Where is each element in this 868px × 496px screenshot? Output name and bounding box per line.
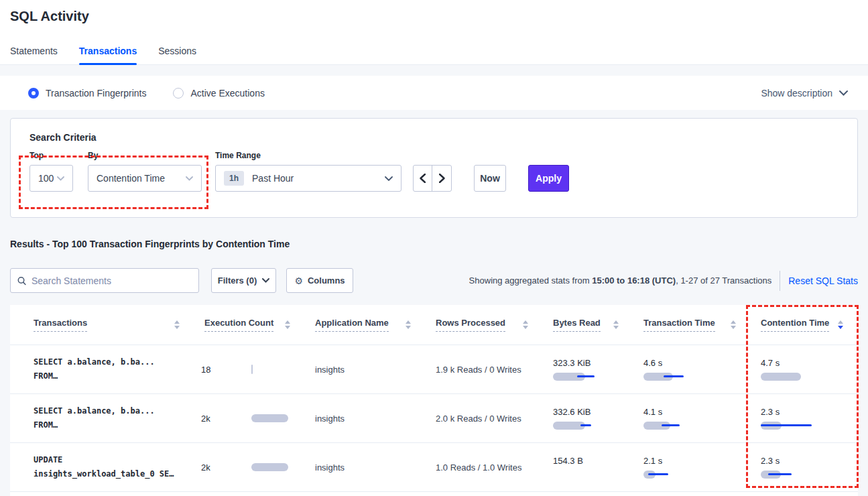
rows-processed-cell: 2.0 k Reads / 0 Writes <box>426 394 543 442</box>
column-header-rows-processed: Rows Processed <box>426 305 543 345</box>
column-header-label[interactable]: Execution Count <box>204 318 273 332</box>
previous-time-window-button[interactable] <box>414 166 432 191</box>
top-field: Top 100 <box>29 151 73 192</box>
execution-count-cell: 2k <box>194 394 305 442</box>
columns-button[interactable]: ⚙ Columns <box>286 268 353 293</box>
transaction-statement-link[interactable]: SELECT a.balance, b.ba... FROM… <box>10 394 194 442</box>
column-header-label[interactable]: Transactions <box>34 318 87 332</box>
by-field: By Contention Time <box>73 151 202 192</box>
top-header: SQL Activity Statements Transactions Ses… <box>0 0 868 65</box>
next-time-window-button[interactable] <box>432 166 451 191</box>
table-row: UPDATE insights_workload_table_0 SE… 2k … <box>10 443 858 492</box>
top-label: Top <box>29 151 73 160</box>
time-range-value: Past Hour <box>252 173 294 184</box>
contention-time-cell: 2.3 s <box>751 394 858 442</box>
time-range-select[interactable]: 1h Past Hour <box>215 165 401 192</box>
column-header-label[interactable]: Rows Processed <box>436 318 505 332</box>
column-header-transaction-time: Transaction Time <box>633 305 751 345</box>
gear-icon: ⚙ <box>294 275 303 286</box>
view-toggle-bar: Transaction Fingerprints Active Executio… <box>0 76 868 110</box>
show-description-toggle[interactable]: Show description <box>761 88 848 99</box>
filters-button[interactable]: Filters (0) <box>211 268 276 293</box>
application-name-cell: insights <box>305 394 426 442</box>
time-range-label: Time Range <box>215 151 401 160</box>
application-name-cell: insights <box>305 443 426 491</box>
radio-label: Transaction Fingerprints <box>46 88 146 99</box>
chevron-left-icon <box>420 174 426 183</box>
results-controls: Filters (0) ⚙ Columns Showing aggregated… <box>10 268 858 293</box>
search-statements-box <box>10 268 199 293</box>
transactions-table: Transactions Execution Count Application… <box>10 305 858 496</box>
filters-button-label: Filters (0) <box>218 275 257 286</box>
reset-sql-stats-link[interactable]: Reset SQL Stats <box>788 275 858 286</box>
column-header-execution-count: Execution Count <box>194 305 305 345</box>
aggregated-stats-text: Showing aggregated stats from 15:00 to 1… <box>469 275 772 286</box>
chevron-down-icon <box>57 176 64 181</box>
search-criteria-heading: Search Criteria <box>29 132 839 143</box>
sort-icon-active-desc[interactable] <box>832 320 843 329</box>
sort-icon[interactable] <box>517 320 528 329</box>
vertical-divider <box>780 271 780 291</box>
chevron-down-icon <box>262 278 269 283</box>
column-header-label[interactable]: Transaction Time <box>643 318 715 332</box>
radio-transaction-fingerprints[interactable]: Transaction Fingerprints <box>28 88 146 99</box>
column-header-label[interactable]: Application Name <box>315 318 389 332</box>
apply-button[interactable]: Apply <box>528 165 569 192</box>
transaction-time-cell: 2.1 s <box>633 443 751 491</box>
search-criteria-panel: Search Criteria Top 100 By Contention Ti… <box>10 118 858 218</box>
transaction-statement-link[interactable]: SELECT a.balance, b.ba... FROM… <box>10 345 194 393</box>
radio-active-executions[interactable]: Active Executions <box>173 88 265 99</box>
top-select[interactable]: 100 <box>29 165 73 192</box>
transaction-time-cell: 4.6 s <box>633 345 751 393</box>
chevron-down-icon <box>839 90 848 96</box>
column-header-label[interactable]: Contention Time <box>761 318 829 332</box>
mean-bar <box>761 373 801 381</box>
sort-icon[interactable] <box>280 320 290 329</box>
stddev-line <box>648 473 668 475</box>
rows-processed-cell: 1.9 k Reads / 0 Writes <box>426 345 543 393</box>
column-header-bytes-read: Bytes Read <box>543 305 633 345</box>
chevron-down-icon <box>385 176 393 181</box>
columns-button-label: Columns <box>308 275 345 286</box>
sort-icon[interactable] <box>725 320 736 329</box>
stddev-line <box>664 375 684 377</box>
by-label: By <box>88 151 202 160</box>
results-heading: Results - Top 100 Transaction Fingerprin… <box>10 239 290 249</box>
column-header-label[interactable]: Bytes Read <box>553 318 601 332</box>
sort-icon[interactable] <box>608 320 619 329</box>
top-select-value: 100 <box>38 173 54 184</box>
column-header-transactions: Transactions <box>10 305 194 345</box>
search-icon <box>17 276 26 286</box>
execution-count-bar <box>251 414 288 422</box>
page-title: SQL Activity <box>10 9 89 24</box>
search-statements-input[interactable] <box>32 275 192 286</box>
column-header-contention-time: Contention Time <box>751 305 858 345</box>
bytes-read-cell: 154.3 B <box>543 443 633 491</box>
radio-selected-icon[interactable] <box>28 88 39 99</box>
execution-count-bar <box>251 463 288 471</box>
stddev-line <box>768 473 792 475</box>
execution-count-cell: 2k <box>194 443 305 491</box>
by-select[interactable]: Contention Time <box>88 165 202 192</box>
tab-transactions[interactable]: Transactions <box>79 46 137 64</box>
bytes-read-cell: 332.6 KiB <box>543 394 633 442</box>
tab-statements[interactable]: Statements <box>10 46 58 64</box>
tab-sessions[interactable]: Sessions <box>158 46 196 64</box>
application-name-cell: insights <box>305 345 426 393</box>
time-range-field: Time Range 1h Past Hour <box>202 151 401 192</box>
stddev-line <box>580 424 591 426</box>
stats-area: Showing aggregated stats from 15:00 to 1… <box>469 271 858 291</box>
time-window-stepper <box>413 165 452 192</box>
radio-unselected-icon[interactable] <box>173 88 184 99</box>
contention-time-cell: 4.7 s <box>751 345 858 393</box>
contention-time-cell: 2.3 s <box>751 443 858 491</box>
bytes-read-cell: 323.3 KiB <box>543 345 633 393</box>
execution-count-cell: 18 <box>194 345 305 393</box>
sort-icon[interactable] <box>400 320 411 329</box>
stddev-line <box>662 424 680 426</box>
table-row: SELECT a.balance, b.ba... FROM… 2k insig… <box>10 394 858 443</box>
now-button[interactable]: Now <box>474 165 506 192</box>
transaction-statement-link[interactable]: UPDATE insights_workload_table_0 SE… <box>10 443 194 491</box>
sort-icon[interactable] <box>169 320 180 329</box>
radio-label: Active Executions <box>190 88 265 99</box>
